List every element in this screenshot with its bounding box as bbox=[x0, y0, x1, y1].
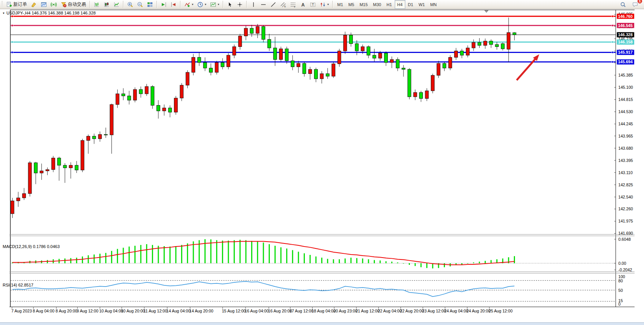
candle bbox=[361, 46, 364, 51]
svg-text:143.110: 143.110 bbox=[618, 170, 633, 175]
fibo-button[interactable]: F bbox=[289, 0, 298, 9]
candle bbox=[81, 141, 84, 170]
candle bbox=[507, 32, 510, 49]
line-handle[interactable] bbox=[612, 15, 614, 17]
zoom-in-button[interactable] bbox=[126, 0, 135, 9]
shapes-button[interactable]: ▾ bbox=[318, 0, 330, 9]
candle bbox=[279, 49, 283, 59]
chevron-down-icon[interactable]: ▾ bbox=[192, 3, 193, 6]
vline-button[interactable] bbox=[249, 0, 258, 9]
line-handle[interactable] bbox=[612, 51, 614, 53]
autoscroll-icon bbox=[161, 2, 167, 8]
candle bbox=[110, 104, 113, 135]
candle bbox=[332, 64, 335, 76]
candle bbox=[87, 136, 90, 140]
candle bbox=[355, 44, 359, 51]
cursor-button[interactable] bbox=[225, 0, 234, 9]
candle bbox=[133, 90, 137, 100]
new-order-button[interactable]: 新订单 bbox=[5, 0, 29, 9]
line-handle[interactable] bbox=[612, 61, 614, 63]
fibo-icon: F bbox=[290, 2, 296, 8]
timeframe-W1-button[interactable]: W1 bbox=[416, 0, 428, 9]
text-icon: A bbox=[300, 2, 306, 8]
search-icon bbox=[620, 2, 626, 8]
timeframe-M30-button[interactable]: M30 bbox=[370, 0, 384, 9]
template-button[interactable]: ▾ bbox=[209, 0, 221, 9]
chart-shift-marker[interactable] bbox=[485, 10, 488, 13]
trend-arrow-annotation[interactable] bbox=[517, 54, 539, 80]
symbol-dropdown-icon[interactable]: ▼ bbox=[2, 12, 5, 14]
chevron-down-icon[interactable]: ▾ bbox=[205, 3, 206, 6]
toolbar-separator bbox=[89, 1, 90, 8]
candle bbox=[180, 85, 183, 98]
hline-button[interactable] bbox=[259, 0, 268, 9]
line-handle[interactable] bbox=[11, 41, 13, 43]
candle bbox=[291, 61, 294, 67]
line-handle[interactable] bbox=[11, 51, 13, 53]
tiles-button[interactable] bbox=[145, 0, 155, 9]
candle bbox=[501, 44, 504, 49]
autotrade-button[interactable]: 自动交易 bbox=[59, 0, 88, 9]
line-handle[interactable] bbox=[11, 61, 13, 63]
brush-button[interactable] bbox=[29, 0, 38, 9]
label-button[interactable]: T bbox=[308, 0, 317, 9]
text-button[interactable]: A bbox=[298, 0, 308, 9]
timeframe-H1-button[interactable]: H1 bbox=[384, 0, 394, 9]
candle bbox=[209, 68, 213, 72]
chart-window-button[interactable] bbox=[39, 0, 48, 9]
signal-button[interactable] bbox=[49, 0, 58, 9]
timeframe-M5-button[interactable]: M5 bbox=[346, 0, 357, 9]
timeframe-H4-button[interactable]: H4 bbox=[395, 0, 405, 9]
chevron-down-icon[interactable]: ▾ bbox=[218, 3, 219, 6]
autotrade-icon bbox=[61, 2, 67, 8]
zoom-out-button[interactable] bbox=[135, 0, 145, 9]
rsi-scale-label: 50 bbox=[618, 288, 623, 293]
toolbar-grip[interactable] bbox=[2, 1, 3, 8]
bars-chart-icon bbox=[94, 2, 100, 8]
time-label: 25 Aug 12:00 bbox=[489, 309, 513, 313]
crosshair-button[interactable] bbox=[235, 0, 244, 9]
shift-icon bbox=[171, 2, 177, 8]
bars-chart-button[interactable] bbox=[92, 0, 101, 9]
candle bbox=[40, 171, 43, 173]
timeframe-M1-button[interactable]: M1 bbox=[335, 0, 346, 9]
clock-button[interactable]: ▾ bbox=[196, 0, 208, 9]
line-chart-button[interactable] bbox=[112, 0, 121, 9]
line-handle[interactable] bbox=[11, 24, 13, 26]
notifications-button[interactable]: 1 bbox=[631, 0, 640, 9]
chart-title[interactable]: ▼ USDJPY-,H4 146.376 146.388 146.198 146… bbox=[2, 11, 96, 15]
toolbar-separator bbox=[332, 1, 333, 8]
timeframe-D1-button[interactable]: D1 bbox=[405, 0, 416, 9]
price-axis-ticks: 146.805146.520146.235145.950145.670145.3… bbox=[614, 12, 633, 235]
candle bbox=[238, 36, 242, 46]
candle bbox=[437, 63, 440, 75]
candle bbox=[378, 53, 382, 58]
candle bbox=[489, 41, 493, 45]
candle bbox=[128, 96, 131, 100]
tline-button[interactable] bbox=[269, 0, 278, 9]
candle bbox=[326, 74, 329, 76]
line-handle[interactable] bbox=[612, 24, 614, 26]
timeframe-MN-button[interactable]: MN bbox=[427, 0, 439, 9]
time-label: 8 Aug 04:00 bbox=[33, 309, 54, 313]
line-handle[interactable] bbox=[11, 15, 13, 17]
indicators-icon bbox=[184, 2, 190, 8]
line-handle[interactable] bbox=[612, 41, 614, 43]
search-button[interactable] bbox=[618, 0, 628, 9]
autoscroll-button[interactable] bbox=[159, 0, 168, 9]
timeframe-M15-button[interactable]: M15 bbox=[357, 0, 370, 9]
svg-text:146.545: 146.545 bbox=[618, 23, 633, 28]
chevron-down-icon[interactable]: ▾ bbox=[327, 3, 329, 6]
candles-chart-button[interactable] bbox=[102, 0, 111, 9]
candle bbox=[478, 42, 481, 45]
candle bbox=[244, 28, 248, 36]
indicators-button[interactable]: ▾ bbox=[183, 0, 195, 9]
toolbar-separator bbox=[223, 1, 223, 8]
candle bbox=[69, 165, 73, 168]
label-icon: T bbox=[310, 2, 316, 8]
rsi-indicator-label: RSI(14) 62.8517 bbox=[3, 283, 33, 287]
shift-button[interactable] bbox=[169, 0, 178, 9]
channel-button[interactable]: E bbox=[279, 0, 288, 9]
svg-text:141.975: 141.975 bbox=[618, 219, 633, 223]
macd-scale-label: -0.2042 bbox=[618, 267, 632, 272]
